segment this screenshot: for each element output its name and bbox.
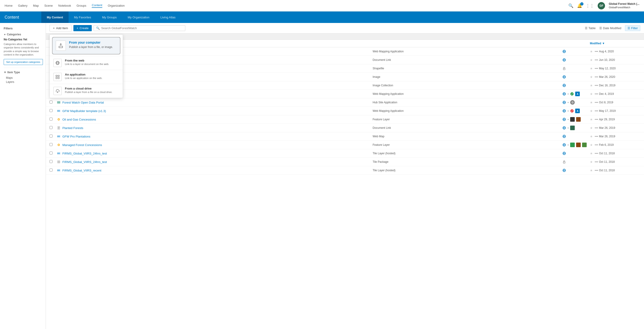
setup-categories-button[interactable]: Set up organization categories xyxy=(4,59,43,65)
row-star-icon[interactable]: ★ xyxy=(590,101,593,104)
row-more-icon[interactable]: ••• xyxy=(595,92,598,96)
dropdown-option-from-web[interactable]: From the web Link to a layer or document… xyxy=(50,56,123,70)
row-date-cell: ★ ••• Feb 6, 2019 xyxy=(590,143,622,147)
dropdown-option-from-computer[interactable]: From your computer Publish a layer from … xyxy=(52,37,120,54)
row-checkbox[interactable] xyxy=(50,143,52,146)
nav-gallery[interactable]: Gallery xyxy=(18,4,28,7)
nav-home[interactable]: Home xyxy=(4,4,12,7)
row-name-link[interactable]: Managed Forest Concessions xyxy=(62,143,102,147)
tab-my-organization[interactable]: My Organization xyxy=(122,12,155,23)
row-checkbox[interactable] xyxy=(50,169,52,171)
table-label: Table xyxy=(588,27,596,30)
notification-bell[interactable]: 🔔 7 xyxy=(577,3,582,8)
table-row: Forests (Tropics, 2001) Image Collection… xyxy=(46,81,644,90)
nav-organization[interactable]: Organization xyxy=(108,4,125,7)
row-star-icon[interactable]: ★ xyxy=(590,75,593,79)
row-star-icon[interactable]: ★ xyxy=(590,92,593,96)
row-more-icon[interactable]: ••• xyxy=(595,135,598,138)
row-checkbox[interactable] xyxy=(50,109,52,112)
row-star-icon[interactable]: ★ xyxy=(590,143,593,147)
create-button[interactable]: + Create xyxy=(74,25,92,31)
row-shared-cell: + A xyxy=(562,92,590,96)
row-star-icon[interactable]: ★ xyxy=(590,109,593,113)
add-item-label: Add Item xyxy=(56,27,68,30)
row-star-icon[interactable]: ★ xyxy=(590,84,593,87)
row-star-icon[interactable]: ★ xyxy=(590,160,593,164)
svg-rect-0 xyxy=(59,46,62,48)
row-name-link[interactable]: FIRMS_Global_VIIRS_24hrs_test xyxy=(62,152,107,155)
row-star-icon[interactable]: ★ xyxy=(590,58,593,62)
row-more-icon[interactable]: ••• xyxy=(595,84,598,87)
nav-groups[interactable]: Groups xyxy=(76,4,86,7)
nav-content[interactable]: Content xyxy=(92,4,102,8)
row-star-icon[interactable]: ★ xyxy=(590,152,593,155)
dropdown-option-cloud-drive[interactable]: From a cloud drive Publish a layer from … xyxy=(50,84,123,98)
row-checkbox[interactable] xyxy=(50,126,52,129)
table-icon: ☰ xyxy=(585,27,588,30)
row-star-icon[interactable]: ★ xyxy=(590,169,593,172)
row-date-cell: ★ ••• May 12, 2020 xyxy=(590,67,622,70)
row-more-icon[interactable]: ••• xyxy=(595,101,598,104)
tab-living-atlas[interactable]: Living Atlas xyxy=(155,12,181,23)
row-checkbox[interactable] xyxy=(50,160,52,163)
row-name-link[interactable]: GFW MapBuilder template (v1.3) xyxy=(62,109,106,113)
row-name-link[interactable]: Oil and Gas Concessions xyxy=(62,118,96,121)
row-name-link[interactable]: FIRMS_Global_VIIRS_24hrs_test xyxy=(62,160,107,164)
categories-section[interactable]: ▼ Categories xyxy=(4,33,42,36)
header-modified[interactable]: Modified ▼ xyxy=(590,42,622,45)
row-more-icon[interactable]: ••• xyxy=(595,160,598,164)
row-more-icon[interactable]: ••• xyxy=(595,152,598,155)
modified-label: Modified xyxy=(590,42,601,45)
row-more-icon[interactable]: ••• xyxy=(595,118,598,121)
table-view-button[interactable]: ☰ Table xyxy=(585,27,596,30)
row-type-cell: Shapefile xyxy=(373,67,562,70)
row-more-icon[interactable]: ••• xyxy=(595,75,598,79)
row-more-icon[interactable]: ••• xyxy=(595,143,598,147)
add-item-button[interactable]: + Add Item xyxy=(50,25,72,32)
row-more-icon[interactable]: ••• xyxy=(595,67,598,70)
svg-rect-82 xyxy=(58,170,58,171)
row-name-cell: FIRMS_Global_VIIRS_recent xyxy=(56,168,373,173)
search-input[interactable] xyxy=(101,27,183,30)
dropdown-option-application[interactable]: An application Link to an application on… xyxy=(50,70,123,84)
search-icon[interactable]: 🔍 xyxy=(568,3,573,8)
row-checkbox-cell xyxy=(50,118,56,121)
row-more-icon[interactable]: ••• xyxy=(595,50,598,53)
row-date-cell: ★ ••• Mar 26, 2019 xyxy=(590,135,622,138)
row-star-icon[interactable]: ★ xyxy=(590,126,593,130)
avatar[interactable]: GF xyxy=(598,2,605,10)
row-name-link[interactable]: Forest Watch Open Data Portal xyxy=(62,101,104,104)
row-name-link[interactable]: Planted Forests xyxy=(62,126,83,130)
filter-button[interactable]: ☰ Filter xyxy=(625,25,640,31)
tab-my-content[interactable]: My Content xyxy=(41,12,68,23)
row-more-icon[interactable]: ••• xyxy=(595,169,598,172)
tab-my-favorites[interactable]: My Favorites xyxy=(68,12,96,23)
row-star-icon[interactable]: ★ xyxy=(590,118,593,121)
sidebar-item-maps[interactable]: Maps xyxy=(4,76,42,80)
row-date-cell: ★ ••• Oct 8, 2019 xyxy=(590,101,622,104)
row-more-icon[interactable]: ••• xyxy=(595,58,598,62)
row-checkbox[interactable] xyxy=(50,101,52,104)
apps-grid-icon[interactable]: ⋮⋮ xyxy=(586,3,594,8)
row-more-icon[interactable]: ••• xyxy=(595,126,598,130)
row-star-icon[interactable]: ★ xyxy=(590,50,593,53)
sidebar-item-layers[interactable]: Layers xyxy=(4,80,42,84)
row-checkbox[interactable] xyxy=(50,152,52,155)
row-name-link[interactable]: FIRMS_Global_VIIRS_recent xyxy=(62,169,101,172)
row-checkbox[interactable] xyxy=(50,135,52,138)
row-more-icon[interactable]: ••• xyxy=(595,109,598,113)
row-shared-cell xyxy=(562,50,590,53)
row-star-icon[interactable]: ★ xyxy=(590,67,593,70)
sort-button[interactable]: ☰ Date Modified xyxy=(599,27,621,30)
row-star-icon[interactable]: ★ xyxy=(590,135,593,138)
nav-notebook[interactable]: Notebook xyxy=(58,4,71,7)
row-name-link[interactable]: GFW Pro Plantations xyxy=(62,135,90,138)
row-checkbox[interactable] xyxy=(50,118,52,121)
tab-my-groups[interactable]: My Groups xyxy=(96,12,122,23)
row-type-cell: Web Mapping Application xyxy=(373,50,562,53)
nav-map[interactable]: Map xyxy=(33,4,39,7)
item-type-section[interactable]: ▼ Item Type xyxy=(4,71,42,74)
nav-scene[interactable]: Scene xyxy=(44,4,53,7)
table-row: ark Indigenous and Community Lands Shape… xyxy=(46,64,644,73)
user-display-name: Global Forest Watch (... xyxy=(609,2,640,6)
